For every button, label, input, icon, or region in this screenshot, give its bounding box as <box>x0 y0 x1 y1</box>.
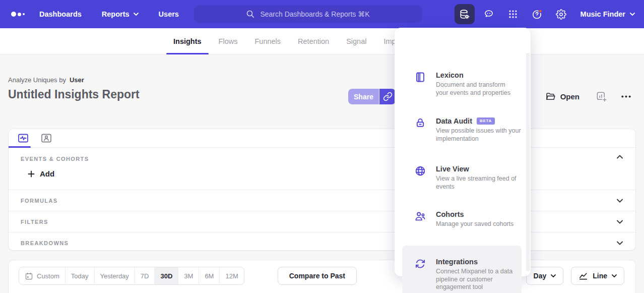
plus-icon <box>28 170 35 178</box>
range-30d-button[interactable]: 30D <box>154 267 178 284</box>
add-event-button[interactable]: Add <box>25 169 57 179</box>
folder-open-icon <box>545 91 556 102</box>
report-title[interactable]: Untitled Insights Report <box>8 88 140 101</box>
open-report-button[interactable]: Open <box>542 91 583 102</box>
menu-item-live-view[interactable]: Live View View a live streaming feed of … <box>402 164 522 191</box>
data-management-menu: Lexicon Document and transform your even… <box>395 28 531 276</box>
range-3m-button[interactable]: 3M <box>178 267 199 284</box>
help-button[interactable] <box>527 4 547 24</box>
menu-item-description: Connect Mixpanel to a data pipeline or c… <box>436 268 522 291</box>
menu-item-integrations[interactable]: Integrations Connect Mixpanel to a data … <box>402 246 522 293</box>
collapse-section-button[interactable] <box>617 155 623 159</box>
tab-label: Retention <box>298 37 329 45</box>
nav-dashboards[interactable]: Dashboards <box>39 10 82 18</box>
menu-item-description: Document and transform your events and p… <box>436 81 522 97</box>
chart-controls-card: Custom Today Yesterday 7D 30D 3M 6M 12M … <box>8 260 636 293</box>
breakdowns-label: BREAKDOWNS <box>21 240 69 246</box>
formulas-section-row[interactable]: FORMULAS <box>9 190 635 211</box>
tab-label: Insights <box>173 37 202 45</box>
calendar-icon <box>25 272 33 280</box>
share-button[interactable]: Share <box>348 89 379 104</box>
book-icon <box>414 71 426 83</box>
interval-selector-button[interactable]: Day <box>526 267 564 285</box>
report-tabbar: Insights Flows Funnels Retention Signal … <box>0 28 644 54</box>
chevron-down-icon <box>617 220 623 224</box>
tab-signal[interactable]: Signal <box>339 28 373 54</box>
range-label: Custom <box>37 272 59 280</box>
search-input[interactable]: Search Dashboards & Reports ⌘K <box>194 6 422 23</box>
range-7d-button[interactable]: 7D <box>135 267 155 284</box>
copy-link-button[interactable] <box>379 89 396 104</box>
menu-item-title: Cohorts <box>436 210 464 219</box>
range-6m-button[interactable]: 6M <box>199 267 219 284</box>
tab-insights[interactable]: Insights <box>166 28 209 54</box>
notification-dot <box>539 10 542 13</box>
menu-item-description: View possible issues with your implement… <box>436 127 522 143</box>
menu-item-cohorts[interactable]: Cohorts Manage your saved cohorts <box>402 210 522 228</box>
feedback-button[interactable] <box>479 4 499 24</box>
share-group: Share <box>348 89 396 104</box>
range-custom-button[interactable]: Custom <box>19 267 65 284</box>
chevron-down-icon <box>612 274 617 277</box>
chevron-down-icon <box>551 274 556 277</box>
database-gear-icon <box>459 9 470 20</box>
menu-item-data-audit[interactable]: Data Audit BETA View possible issues wit… <box>402 116 522 143</box>
menu-item-title: Data Audit <box>436 116 472 126</box>
tab-flows[interactable]: Flows <box>212 28 245 54</box>
analyze-label: Analyze Uniques by <box>8 76 66 84</box>
tab-retention[interactable]: Retention <box>291 28 336 54</box>
open-label: Open <box>560 92 579 101</box>
tab-label: Flows <box>219 37 238 45</box>
range-label: 30D <box>160 272 172 280</box>
settings-button[interactable] <box>551 4 571 24</box>
project-name: Music Finder <box>581 10 625 18</box>
nav-users[interactable]: Users <box>159 10 179 18</box>
gear-icon <box>556 9 566 20</box>
menu-scrollbar[interactable] <box>526 53 530 271</box>
sync-icon <box>414 258 426 270</box>
add-label: Add <box>40 169 54 178</box>
menu-item-lexicon[interactable]: Lexicon Document and transform your even… <box>402 71 522 97</box>
chat-bubble-icon <box>483 9 494 20</box>
data-management-button[interactable] <box>455 4 475 24</box>
beta-badge: BETA <box>477 118 495 125</box>
tab-funnels[interactable]: Funnels <box>247 28 288 54</box>
chevron-up-icon <box>617 155 623 159</box>
range-yesterday-button[interactable]: Yesterday <box>94 267 135 284</box>
compare-to-past-button[interactable]: Compare to Past <box>278 267 357 285</box>
breakdowns-section-row[interactable]: BREAKDOWNS <box>9 232 635 253</box>
nav-reports[interactable]: Reports <box>102 10 139 18</box>
events-cohorts-label: EVENTS & COHORTS <box>21 156 89 162</box>
filters-section-row[interactable]: FILTERS <box>9 211 635 232</box>
range-label: 6M <box>205 272 214 280</box>
chart-type-selector-button[interactable]: Line <box>571 267 624 285</box>
mixpanel-logo[interactable] <box>11 12 25 17</box>
chart-type-label: Line <box>593 272 607 280</box>
interval-label: Day <box>534 272 547 280</box>
range-label: Yesterday <box>100 272 129 280</box>
help-question-icon <box>531 9 543 20</box>
apps-grid-button[interactable] <box>503 4 523 24</box>
analyze-value-dropdown[interactable]: User <box>70 76 84 84</box>
formulas-label: FORMULAS <box>21 198 58 204</box>
query-builder-card: EVENTS & COHORTS Add FORMULAS FILTERS BR… <box>8 129 636 251</box>
range-12m-button[interactable]: 12M <box>219 267 243 284</box>
chevron-down-icon <box>617 199 623 203</box>
search-placeholder: Search Dashboards & Reports ⌘K <box>260 10 369 18</box>
nav-reports-label: Reports <box>102 10 130 18</box>
profiles-view-tab[interactable] <box>40 132 52 144</box>
more-options-button[interactable] <box>620 91 632 102</box>
events-cohorts-section: EVENTS & COHORTS Add <box>9 148 635 190</box>
person-card-icon <box>40 132 52 144</box>
range-today-button[interactable]: Today <box>65 267 94 284</box>
search-icon <box>246 10 255 19</box>
add-to-board-button[interactable] <box>596 91 607 102</box>
chevron-down-icon <box>617 241 623 245</box>
analyze-line: Analyze Uniques byUser <box>8 76 84 84</box>
events-view-tab[interactable] <box>17 132 29 144</box>
menu-item-description: View a live streaming feed of events <box>436 175 522 191</box>
range-label: 3M <box>184 272 193 280</box>
menu-item-description: Manage your saved cohorts <box>436 220 522 228</box>
line-chart-icon <box>578 271 588 281</box>
project-picker[interactable]: Music Finder <box>581 10 635 18</box>
